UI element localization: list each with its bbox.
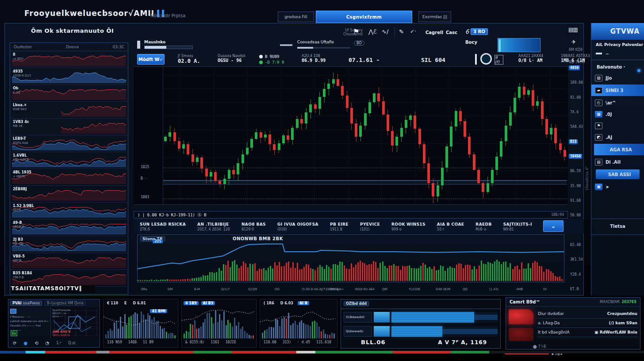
ro-badge[interactable]: 3 RO — [471, 28, 488, 35]
candlestick-plot[interactable] — [163, 67, 567, 205]
mini-chart-chip[interactable]: € 110 — [105, 301, 120, 305]
bo-badge[interactable]: BO — [354, 41, 364, 46]
sidebar-item[interactable]: ▰SINEI 3 — [591, 84, 644, 96]
price-axis-label[interactable]: 50.80 — [569, 213, 582, 218]
network-chart[interactable]: RywtPxAxxdwBBDVt | xx····AUxx — JMB BAS'… — [51, 307, 100, 339]
line-chart-icon[interactable]: ⋀ℰ — [368, 28, 377, 35]
mini-chart-panel[interactable]: ( 1R6D 6.03AI B116.60313)· d.d5131.610 — [260, 299, 337, 348]
watchlist-row[interactable]: 4BL 1935+ MBTK — [10, 169, 128, 186]
metric-item[interactable]: PYEVICE(101) — [360, 222, 380, 231]
note-icon[interactable]: 9 (f) — [494, 55, 503, 65]
mini-chart-panel[interactable]: 4 1B5AI B5& 0155:0∕116110JIE — [181, 299, 257, 348]
mini-chart-chip[interactable]: AI B — [298, 301, 309, 305]
metric-item[interactable]: ROOK WINS1S909 o — [391, 222, 426, 231]
pencil-icon[interactable]: ✎ — [399, 28, 404, 35]
metric-item[interactable]: PB EIRE1911 8 — [330, 222, 349, 231]
sidebar-section2-label[interactable]: Tletsa — [591, 224, 644, 229]
metric-item[interactable]: SAJTIX(ITS-IN9:81 — [503, 222, 532, 231]
watchlist-row[interactable]: B35 B1B4Y9E3 B — [10, 270, 128, 287]
watchlist-row[interactable]: LEB9-T93jFa AqA — [10, 135, 128, 152]
watchlist-row[interactable]: VB8-54BY9L — [10, 253, 128, 270]
mini-chart-body[interactable] — [182, 307, 256, 338]
dove-icon[interactable]: ✈ — [571, 39, 576, 45]
zigzag-chart-icon[interactable]: ∿∕ — [382, 28, 388, 35]
sidebar-item[interactable]: AGA RSA — [594, 144, 644, 155]
price-axis[interactable]: 4856180.6091.807A.65A8.43D151645606.5935… — [569, 65, 584, 292]
footer-icon-2[interactable]: ⟲ — [34, 341, 38, 346]
watchlist-row[interactable]: Ob1.U∕J — [10, 85, 128, 102]
sidebar-item[interactable]: ⚑ — [591, 120, 644, 131]
news-tab2[interactable]: B-ryuqzzva AM Qvna — [45, 301, 86, 306]
watchlist-row[interactable]: 1.6VBLX9a mBLB — [10, 152, 128, 169]
progress-row[interactable]: Qsbwwwdv — [344, 325, 498, 338]
sidebar-item[interactable]: ▨JJo — [591, 72, 644, 84]
sidebar-item[interactable]: ◩.AJ — [591, 131, 644, 143]
price-axis-label[interactable]: 4856 — [569, 65, 580, 70]
progress-tab[interactable]: OZIbd ddd — [344, 301, 369, 306]
buildings-icon[interactable]: ▤▥ — [568, 27, 578, 33]
alert-row[interactable]: a. LAag-Da(∕) kam S9an — [537, 319, 638, 328]
mini-chart-chip[interactable]: ( 1R6 — [262, 301, 276, 305]
flag-icon[interactable]: ⚑ — [353, 27, 359, 36]
price-axis-label[interactable]: 3K1.54 — [569, 257, 584, 262]
ticker-strip[interactable]: TSAIITATAMS8OI7TV‖ — [11, 285, 95, 293]
mini-chart-chip[interactable]: D 6.01 — [131, 301, 148, 305]
sidebar-item[interactable]: ▦.0J — [591, 108, 644, 120]
mini-chart-chip[interactable]: 4 1B5 — [184, 301, 199, 305]
check-icon[interactable]: ✓· — [410, 28, 416, 35]
metrics-expand-button[interactable]: ⌄ — [543, 220, 564, 232]
metric-item[interactable]: NAO8 BAS8129 0 — [242, 222, 266, 231]
mini-chart-body[interactable] — [260, 307, 337, 338]
watchlist-row[interactable]: 49-B1BTB.2 — [10, 219, 128, 236]
alert-row[interactable]: It bd vBaeg0nlA▣ RdWerfLAW Bnle — [537, 328, 638, 337]
price-axis-label[interactable]: ET.B — [569, 287, 580, 292]
mini-chart-chip[interactable]: E — [123, 301, 128, 305]
metric-item[interactable]: AN .TILBIBIJE2017, 4 2034. 120 — [197, 222, 230, 231]
footer-icon-1[interactable]: ● — [23, 341, 27, 346]
news-tab1[interactable]: PVAI ssaPwos — [10, 301, 42, 306]
mini-chart-panel[interactable]: € 110ED 6.0141 BMI110 NS914Q611 B9 — [103, 299, 178, 348]
watchlist-row[interactable]: Lbaa.×GVB 9A3 — [10, 102, 128, 119]
footer-icon-0[interactable]: ⟳ — [13, 341, 16, 346]
metric-item[interactable]: SUN LESAD RSICKA2TK.6 — [140, 222, 186, 231]
news-list[interactable]: ℓ Masacsa ··· —Lubtxtt dawsww xxs sDd m·… — [8, 307, 51, 339]
tab-active[interactable]: Csgnvlxfzmm — [316, 11, 412, 23]
mini-chart-body[interactable]: 41 BMI — [104, 307, 178, 338]
magnifier-icon[interactable] — [480, 53, 492, 65]
price-axis-label[interactable]: 16456 — [569, 154, 582, 159]
price-axis-label[interactable]: Y2B.4 — [569, 272, 582, 277]
price-axis-label[interactable]: 35.90 — [569, 184, 582, 188]
tab-file[interactable]: grodsea Fill — [278, 12, 314, 22]
watchlist-row[interactable]: 1.52 3∕9BL3159 — [10, 203, 128, 219]
watchlist-row[interactable]: 2ÉB8BJ — [10, 186, 128, 203]
metric-item[interactable]: AIA B COAE10 r — [437, 222, 464, 231]
price-axis-label[interactable]: 5A8.43 — [569, 124, 584, 129]
alert-row[interactable]: Diur dvdo6arCrezpumtdnu — [537, 309, 638, 319]
candlestick-chart-region[interactable]: 1025B ◦1003 — [134, 66, 568, 205]
price-axis-label[interactable]: 180.60 — [569, 80, 584, 85]
price-axis-label[interactable]: 06.59 — [569, 169, 582, 173]
price-axis-label[interactable]: D15 — [569, 139, 578, 144]
metric-item[interactable]: GI IVUA OIGOFSA(010) — [277, 222, 318, 231]
footer-icon-3[interactable]: ◔ — [46, 341, 50, 346]
price-axis-label[interactable]: 7A.6 — [569, 110, 580, 115]
cagrell-button[interactable]: Cagrell — [426, 30, 443, 35]
price-axis-label[interactable]: 91.68 — [569, 198, 582, 203]
volume-panel[interactable]: Stone TB 205 ONONWB BMB 2BK — [137, 234, 564, 282]
progress-row[interactable]: S1Bdwwdsll — [344, 311, 498, 323]
casc-button[interactable]: Casc — [446, 30, 457, 35]
sidebar-item[interactable]: ▤Di .AII — [591, 156, 644, 168]
price-axis-label[interactable]: 65.48 — [569, 242, 582, 247]
metric-item[interactable]: RAEDBM∕B ⊙ — [475, 222, 491, 231]
tab-extras[interactable]: Exsrmdas ||| — [418, 12, 451, 22]
mini-chart-chip[interactable]: AI B5 — [201, 301, 215, 305]
watchlist-row[interactable]: 8vz ßEU — [10, 51, 128, 68]
sidebar-item[interactable]: SAB ASSI — [596, 169, 640, 179]
price-axis-label[interactable]: 91.80 — [569, 95, 582, 100]
watchlist-row[interactable]: 1VB3 4cMB 1K — [10, 119, 128, 135]
sidebar-item[interactable]: ◴\ar^ — [591, 97, 644, 108]
watchlist-row[interactable]: 2J B3HB 4BJ — [10, 236, 128, 253]
watchlist-row[interactable]: 49351939·9 G13 — [10, 68, 128, 85]
timeframe-button[interactable]: Mödft W✓ — [137, 54, 165, 65]
sidebar-item[interactable]: ▣➤ — [591, 181, 644, 192]
